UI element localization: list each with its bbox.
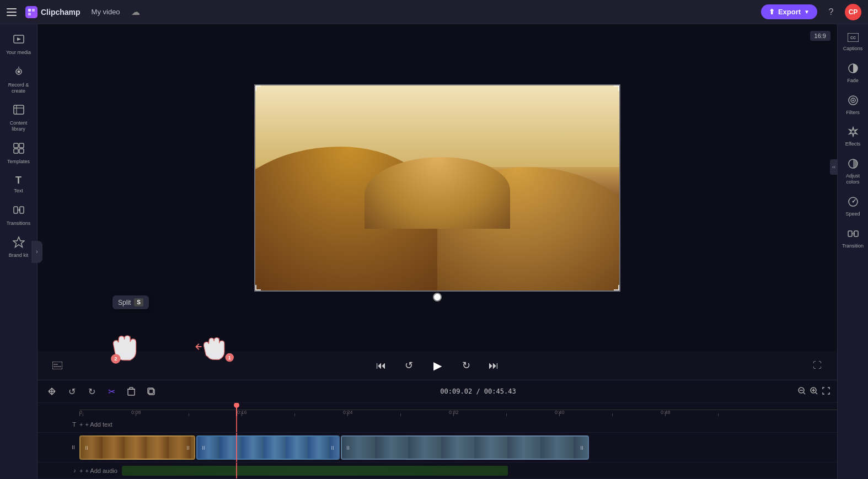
export-dropdown-arrow: ▼ bbox=[804, 9, 810, 15]
text-track: T + + Add text bbox=[37, 416, 837, 433]
sidebar-item-templates[interactable]: Templates bbox=[2, 138, 36, 169]
sidebar-item-brand-kit[interactable]: Brand kit bbox=[2, 232, 36, 263]
right-tool-adjust-colors[interactable]: Adjust colors bbox=[839, 154, 867, 190]
fit-timeline-button[interactable] bbox=[822, 386, 831, 397]
seg1-end-pin: ⏸ bbox=[185, 444, 191, 450]
video-segment-2[interactable]: ⏸ ⏸ bbox=[196, 435, 340, 460]
svg-line-40 bbox=[816, 392, 817, 394]
subtitle-button[interactable] bbox=[49, 357, 66, 374]
add-text-button[interactable]: + + Add text bbox=[79, 421, 112, 428]
add-text-icon: + bbox=[79, 421, 83, 428]
svg-rect-1 bbox=[32, 9, 35, 12]
sidebar-expand-button[interactable]: › bbox=[31, 241, 42, 263]
svg-rect-52 bbox=[848, 231, 852, 236]
fullscreen-button[interactable]: ⛶ bbox=[808, 357, 826, 374]
zoom-out-button[interactable] bbox=[797, 386, 806, 397]
duplicate-button[interactable] bbox=[143, 384, 159, 399]
add-audio-button[interactable]: + + Add audio bbox=[79, 467, 117, 474]
undo-button[interactable]: ↺ bbox=[64, 384, 79, 399]
delete-button[interactable] bbox=[124, 384, 139, 399]
audio-waveform bbox=[122, 466, 508, 476]
split-tooltip: Split S bbox=[112, 295, 149, 309]
video-canvas bbox=[255, 85, 619, 290]
video-segment-1[interactable]: ⏸ ⏸ bbox=[79, 435, 195, 460]
split-tooltip-label: Split bbox=[118, 299, 131, 306]
topbar-left: Clipchamp My video ☁ bbox=[7, 6, 761, 18]
move-tool-button[interactable] bbox=[44, 384, 60, 399]
right-tool-filters[interactable]: Filters bbox=[839, 90, 867, 120]
svg-text:CC: CC bbox=[850, 36, 855, 40]
export-button[interactable]: ⬆ Export ▼ bbox=[761, 4, 817, 19]
svg-rect-12 bbox=[14, 149, 18, 153]
seg3-end-pin: ⏸ bbox=[579, 444, 585, 450]
sidebar-label-transitions: Transitions bbox=[7, 220, 31, 227]
resize-handle-tr[interactable] bbox=[614, 85, 619, 91]
sidebar-label-templates: Templates bbox=[7, 159, 30, 165]
timeline-container: 0 0:08 0:16 0:24 0:32 0:40 bbox=[37, 403, 837, 479]
logo-area: Clipchamp bbox=[25, 6, 81, 18]
user-avatar[interactable]: CP bbox=[845, 4, 861, 20]
speed-icon bbox=[848, 196, 859, 209]
adjust-colors-label: Adjust colors bbox=[842, 173, 865, 185]
resize-handle-tl[interactable] bbox=[255, 85, 261, 91]
seg3-start-pin: ⏸ bbox=[345, 444, 351, 450]
fast-forward-button[interactable]: ↻ bbox=[457, 357, 475, 374]
right-tool-fade[interactable]: Fade bbox=[839, 58, 867, 88]
topbar-right: ⬆ Export ▼ ? CP bbox=[761, 4, 861, 20]
right-tool-transition[interactable]: Transition bbox=[839, 224, 867, 254]
svg-point-5 bbox=[17, 70, 20, 73]
svg-rect-13 bbox=[19, 149, 24, 153]
svg-rect-11 bbox=[19, 143, 24, 148]
hamburger-menu-icon[interactable] bbox=[7, 6, 19, 18]
adjust-colors-icon bbox=[848, 158, 859, 171]
video-title[interactable]: My video bbox=[87, 6, 125, 18]
export-icon: ⬆ bbox=[769, 8, 775, 16]
split-button[interactable]: ✂ bbox=[104, 384, 119, 399]
resize-handle-bl[interactable] bbox=[255, 285, 261, 290]
right-tool-speed[interactable]: Speed bbox=[839, 192, 867, 222]
redo-button[interactable]: ↻ bbox=[84, 384, 99, 399]
timeline-ruler[interactable]: 0 0:08 0:16 0:24 0:32 0:40 bbox=[37, 403, 837, 416]
skip-back-button[interactable]: ⏮ bbox=[372, 357, 390, 374]
fade-icon bbox=[848, 63, 859, 76]
captions-label: Captions bbox=[843, 46, 863, 52]
zoom-in-button[interactable] bbox=[810, 386, 818, 397]
left-sidebar: Your media Record & create Content libra… bbox=[0, 24, 37, 479]
transitions-icon bbox=[13, 204, 25, 219]
skip-forward-button[interactable]: ⏭ bbox=[485, 357, 502, 374]
sidebar-label-your-media: Your media bbox=[6, 50, 31, 56]
right-tool-captions[interactable]: CC Captions bbox=[839, 29, 867, 56]
resize-handle-br[interactable] bbox=[614, 285, 619, 290]
right-sidebar-collapse-button[interactable]: ‹‹ bbox=[830, 159, 838, 175]
transition-icon bbox=[848, 228, 859, 241]
sidebar-label-text: Text bbox=[14, 188, 23, 194]
sidebar-item-content-library[interactable]: Content library bbox=[2, 99, 36, 137]
video-frame[interactable] bbox=[255, 85, 619, 290]
sidebar-item-transitions[interactable]: Transitions bbox=[2, 200, 36, 231]
playback-controls: ⏮ ↺ ▶ ↻ ⏭ ⛶ bbox=[37, 351, 837, 380]
play-button[interactable]: ▶ bbox=[427, 356, 447, 375]
sidebar-item-record-create[interactable]: Record & create bbox=[2, 61, 36, 99]
rotate-handle[interactable] bbox=[433, 293, 442, 302]
sidebar-item-text[interactable]: T Text bbox=[2, 170, 36, 198]
sidebar-item-your-media[interactable]: Your media bbox=[2, 29, 36, 60]
help-button[interactable]: ? bbox=[823, 4, 839, 20]
seg1-start-pin: ⏸ bbox=[84, 444, 89, 450]
rewind-button[interactable]: ↺ bbox=[400, 357, 417, 374]
right-sidebar: ‹‹ CC Captions Fade Filters Effects bbox=[837, 24, 868, 479]
right-tool-effects[interactable]: Effects bbox=[839, 122, 867, 152]
aspect-ratio-badge[interactable]: 16:9 bbox=[810, 31, 831, 41]
video-track: ⏸ ⏸ ⏸ ⏸ ⏸ bbox=[37, 433, 837, 462]
video-segment-3[interactable]: ⏸ ⏸ bbox=[341, 435, 589, 460]
your-media-icon bbox=[13, 33, 25, 48]
time-display: 00:09.02 / 00:45.43 bbox=[163, 387, 793, 395]
svg-rect-26 bbox=[52, 362, 62, 369]
split-tooltip-key: S bbox=[134, 298, 143, 306]
seg2-end-pin: ⏸ bbox=[330, 444, 335, 450]
text-icon: T bbox=[15, 175, 22, 186]
record-create-icon bbox=[13, 66, 25, 80]
export-label: Export bbox=[778, 8, 801, 16]
timeline-area: ↺ ↻ ✂ 00:09.02 / 00:45.43 bbox=[37, 380, 837, 479]
fade-label: Fade bbox=[847, 78, 859, 84]
app-logo-icon bbox=[25, 6, 37, 18]
